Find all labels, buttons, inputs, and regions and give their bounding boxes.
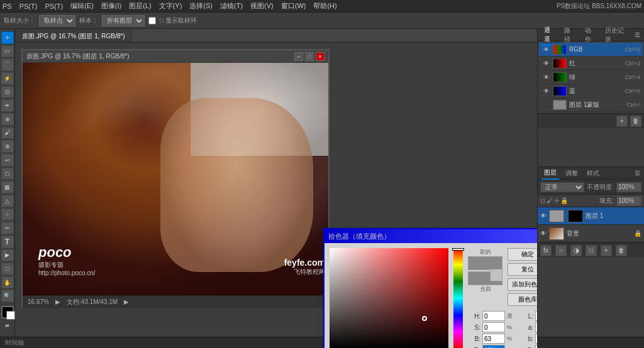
s-input[interactable] <box>482 322 505 332</box>
opacity-label: 不透明度: <box>587 183 614 192</box>
r-input[interactable] <box>482 345 505 348</box>
channel-mask[interactable]: 图层 1蒙版 Ctrl+\ <box>539 98 643 112</box>
tool-shape[interactable]: □ <box>1 263 14 275</box>
b3-label: b: <box>521 335 533 342</box>
tool-type[interactable]: T <box>1 236 14 248</box>
tab-channels[interactable]: 通道 <box>541 24 558 46</box>
tool-stamp[interactable]: ⊗ <box>1 140 14 153</box>
c-input-row: C: <box>521 345 537 348</box>
b3-input[interactable] <box>535 334 537 344</box>
tool-hand[interactable]: ✋ <box>1 276 14 289</box>
layer-group-btn[interactable]: □ <box>586 245 597 256</box>
channel-green[interactable]: 👁 绿 Ctrl+4 <box>539 70 643 84</box>
channel-thumb-red <box>553 58 567 68</box>
tool-move[interactable]: ✛ <box>1 31 14 44</box>
tab-styles[interactable]: 样式 <box>584 168 602 179</box>
tab-actions[interactable]: 动作 <box>582 25 599 45</box>
channel-blue[interactable]: 👁 蓝 Ctrl+5 <box>539 84 643 98</box>
tool-eyedropper[interactable]: ✒ <box>1 99 14 112</box>
tool-brush[interactable]: 🖌 <box>1 127 14 139</box>
ok-button[interactable]: 确定 <box>508 248 537 261</box>
lock-all-icon[interactable]: 🔒 <box>560 197 568 204</box>
layer-name-1: 图层 1 <box>586 212 641 220</box>
layer-adjustment-btn[interactable]: ◑ <box>570 245 582 256</box>
h-input[interactable] <box>482 311 505 321</box>
tab-layers[interactable]: 图层 <box>541 167 559 180</box>
layer-new-btn[interactable]: + <box>601 245 612 256</box>
layer-item-1[interactable]: 👁 图层 1 <box>538 207 644 225</box>
layers-panel-menu-icon[interactable]: ☰ <box>635 170 640 177</box>
c-input[interactable] <box>535 345 537 348</box>
close-button[interactable]: × <box>316 52 325 61</box>
add-to-swatches-button[interactable]: 添加到色板 <box>508 278 537 291</box>
tool-crop[interactable]: ⊡ <box>1 86 14 99</box>
tab-paths[interactable]: 路径 <box>562 25 578 45</box>
menu-filter[interactable]: 滤镜(T) <box>220 1 243 11</box>
channel-name-red: 红 <box>569 59 623 68</box>
tool-pen[interactable]: ✏ <box>1 222 14 234</box>
l-input[interactable] <box>535 311 537 321</box>
eyedropper-icon[interactable]: ⊕ <box>490 269 502 281</box>
a-input[interactable] <box>535 322 537 332</box>
minimize-button[interactable]: ─ <box>294 52 303 61</box>
tool-dodge[interactable]: ○ <box>1 209 14 221</box>
tool-history-brush[interactable]: ↩ <box>1 154 14 166</box>
b-input-row: B: % <box>468 334 516 344</box>
tab-history[interactable]: 历史记录 <box>602 25 631 45</box>
menu-edit[interactable]: 编辑(E) <box>70 1 94 11</box>
cancel-button[interactable]: 复位 <box>508 263 537 276</box>
menu-file[interactable]: PS(T) <box>45 3 63 10</box>
color-inputs-section: H: 度 S: % <box>468 311 537 348</box>
tool-blur[interactable]: △ <box>1 195 14 207</box>
maximize-button[interactable]: □ <box>305 52 314 61</box>
channels-delete-btn[interactable]: 🗑 <box>630 116 641 127</box>
menu-view[interactable]: 视图(V) <box>250 1 274 11</box>
tool-sample-select[interactable]: 取样点 <box>39 15 75 26</box>
channels-add-btn[interactable]: + <box>616 116 628 127</box>
canvas-tab-active[interactable]: 原图.JPG @ 16.7% (图层 1, RGB/8*) <box>15 30 132 42</box>
menu-layer[interactable]: 图层(L) <box>129 1 151 11</box>
blend-mode-select[interactable]: 正常 <box>540 182 584 192</box>
layers-fill-row: ⊡ 🖌 ✛ 🔒 填充: <box>538 195 644 207</box>
tool-eraser[interactable]: ◻ <box>1 168 14 180</box>
menu-image[interactable]: 图像(I) <box>101 1 121 11</box>
tool-gradient[interactable]: ▦ <box>1 181 14 193</box>
dialog-body: 新的 ⊕ 当前 确定 复位 <box>325 243 537 348</box>
tool-magic-wand[interactable]: ⚡ <box>1 72 14 85</box>
opacity-input[interactable] <box>616 182 641 192</box>
new-label: 新的 <box>468 248 502 256</box>
channels-panel: 通道 路径 动作 历史记录 ☰ 👁 RGB Ctrl+2 👁 红 Ctrl+3 <box>538 29 644 167</box>
tool-all-layers-select[interactable]: 所有图层 <box>102 15 145 26</box>
layer-mask-btn[interactable]: ○ <box>555 245 567 256</box>
tool-heal[interactable]: ⊕ <box>1 113 14 126</box>
tool-path-select[interactable]: ▶ <box>1 249 14 262</box>
layer-delete-btn[interactable]: 🗑 <box>616 245 627 256</box>
lock-paint-icon[interactable]: 🖌 <box>547 197 553 204</box>
tool-lasso[interactable]: ⌒ <box>1 58 14 71</box>
lock-transparent-icon[interactable]: ⊡ <box>540 197 545 204</box>
color-library-button[interactable]: 颜色库 <box>508 293 537 306</box>
color-gradient-picker[interactable] <box>330 248 448 348</box>
layer-item-background[interactable]: 👁 背景 🔒 <box>538 225 644 242</box>
lock-move-icon[interactable]: ✛ <box>554 197 559 204</box>
panel-menu-icon[interactable]: ☰ <box>635 31 640 38</box>
tab-adjustments[interactable]: 调整 <box>563 168 580 179</box>
menu-text[interactable]: 文字(Y) <box>159 1 182 11</box>
channel-eye-rgb: 👁 <box>541 45 550 54</box>
channel-name-green: 绿 <box>569 73 623 82</box>
fill-input[interactable] <box>616 196 641 206</box>
menu-help[interactable]: 帮助(H) <box>313 1 336 11</box>
layer-fx-btn[interactable]: fx <box>540 245 552 256</box>
switch-colors[interactable]: ⇄ <box>1 320 14 332</box>
menu-select[interactable]: 选择(S) <box>189 1 213 11</box>
channel-red[interactable]: 👁 红 Ctrl+3 <box>539 57 643 70</box>
menu-window[interactable]: 窗口(W) <box>281 1 306 11</box>
b-input[interactable] <box>482 334 505 344</box>
hue-slider-container[interactable] <box>453 248 463 348</box>
show-ring-checkbox[interactable] <box>148 17 156 24</box>
foreground-color[interactable] <box>1 306 14 318</box>
tool-select-rect[interactable]: ▭ <box>1 45 14 58</box>
preview-and-buttons: 新的 ⊕ 当前 确定 复位 <box>468 248 537 306</box>
menu-ps[interactable]: PS(T) <box>19 3 38 10</box>
tool-zoom[interactable]: 🔍 <box>1 290 14 302</box>
